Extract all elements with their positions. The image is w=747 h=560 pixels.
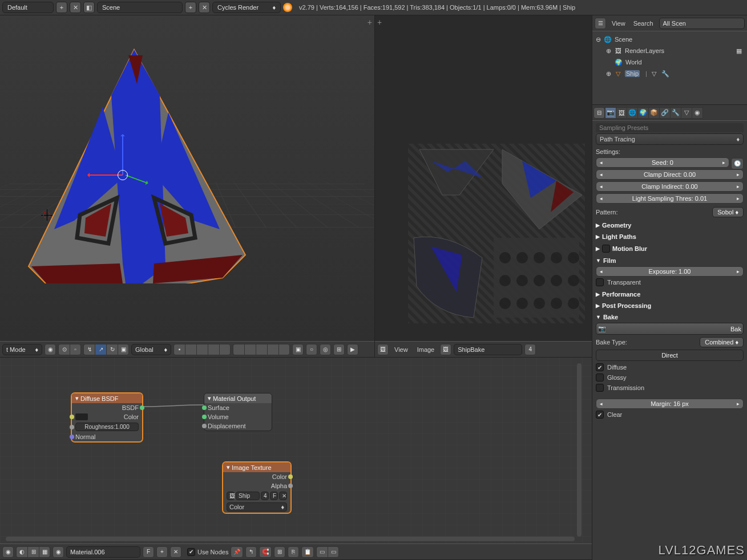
render-border-button[interactable]: ⊞ (333, 344, 345, 355)
ship-mesh[interactable] (23, 38, 251, 283)
imgtex-browse[interactable]: 🖼 (227, 492, 235, 500)
integrator-dropdown[interactable]: Path Tracing♦ (596, 133, 744, 145)
snap-toggle[interactable]: ○ (306, 344, 317, 355)
pivot-button[interactable]: ⊙ (58, 344, 70, 355)
clear-checkbox[interactable]: ✔ (596, 411, 604, 419)
snap-node-type[interactable]: ⊞ (274, 546, 285, 558)
transmission-checkbox[interactable] (596, 384, 604, 392)
image-users-button[interactable]: 4 (524, 344, 536, 355)
viewport-expand-icon[interactable]: + (368, 18, 372, 27)
tab-scene[interactable]: 🌐 (627, 107, 638, 119)
properties-type-icon[interactable]: ⊟ (593, 107, 605, 119)
snap-type-button[interactable]: ◎ (320, 344, 331, 355)
scene-browse-button[interactable]: ◧ (83, 2, 95, 13)
material-add-button[interactable]: + (156, 546, 168, 558)
modifier-icon[interactable]: 🔧 (661, 69, 670, 78)
mode-dropdown[interactable]: t Mode♦ (2, 344, 42, 355)
render-engine-dropdown[interactable]: Cycles Render♦ (212, 2, 281, 13)
manipulator-translate[interactable]: ↗ (95, 344, 106, 355)
add-layout-button[interactable]: + (56, 2, 67, 13)
layers-group-1[interactable]: ▪ (173, 344, 231, 355)
panel-motion-blur[interactable]: ▶Motion Blur (596, 242, 744, 255)
seed-field[interactable]: ◂Seed: 0▸ (596, 157, 729, 168)
pin-button[interactable]: 📌 (231, 546, 243, 558)
outliner-view-menu[interactable]: View (609, 20, 628, 27)
tree-world[interactable]: 🌍World (606, 56, 744, 68)
light-sampling-threshold-field[interactable]: ◂Light Sampling Thres: 0.01▸ (596, 193, 744, 204)
texture-tree-button[interactable]: ▦ (39, 546, 50, 558)
uv-image-editor[interactable]: + (375, 15, 592, 357)
manipulator-toggle[interactable]: ↯ (83, 344, 95, 355)
panel-post-processing[interactable]: ▶Post Processing (596, 300, 744, 311)
shader-tree-button[interactable]: ◐ (16, 546, 27, 558)
diffuse-checkbox[interactable]: ✔ (596, 363, 604, 371)
tab-constraints[interactable]: 🔗 (659, 107, 671, 119)
image-browse-button[interactable]: 🖼 (440, 344, 451, 355)
imgtex-unlink[interactable]: ✕ (279, 492, 287, 500)
sampling-presets-header[interactable]: Sampling Presets (596, 123, 744, 132)
motion-blur-checkbox[interactable] (602, 245, 610, 253)
tab-data[interactable]: ▽ (681, 107, 692, 119)
remove-scene-button[interactable]: ✕ (199, 2, 210, 13)
panel-light-paths[interactable]: ▶Light Paths (596, 231, 744, 242)
orientation-dropdown[interactable]: Global♦ (131, 344, 171, 355)
outliner-tree[interactable]: ⊖🌐Scene ⊕🖼RenderLayers▦ 🌍World ⊕▽Ship|▽🔧 (592, 31, 747, 104)
bake-button[interactable]: 📷Bak (596, 323, 744, 335)
material-name-field[interactable]: Material.006 (66, 546, 140, 558)
uv-image-menu[interactable]: Image (414, 346, 438, 353)
tab-modifiers[interactable]: 🔧 (670, 107, 681, 119)
panel-performance[interactable]: ▶Performance (596, 289, 744, 300)
panel-geometry[interactable]: ▶Geometry (596, 220, 744, 231)
node-image-texture[interactable]: ▾Image Texture Color Alpha 🖼 Ship 4 F ✕ … (223, 462, 291, 513)
backdrop-zoom-button[interactable]: ▭ (328, 546, 339, 558)
material-browse-button[interactable]: ◉ (53, 546, 64, 558)
direct-button[interactable]: Direct (596, 350, 744, 361)
clamp-direct-field[interactable]: ◂Clamp Direct: 0.00▸ (596, 169, 744, 180)
exposure-field[interactable]: ◂Exposure: 1.00▸ (596, 266, 744, 277)
imgtex-colorspace[interactable]: Color ♦ (227, 502, 287, 512)
material-unlink-button[interactable]: ✕ (170, 546, 181, 558)
backdrop-button[interactable]: ▭ (316, 546, 328, 558)
lock-camera-button[interactable]: ▣ (292, 344, 304, 355)
node-diffuse-bsdf[interactable]: ▾Diffuse BSDF BSDF Color Roughness:1.000… (71, 393, 143, 442)
roughness-field[interactable]: Roughness:1.000 (75, 423, 139, 431)
compositor-tree-button[interactable]: ⊞ (27, 546, 39, 558)
opengl-render-button[interactable]: ▶ (347, 344, 358, 355)
go-parent-button[interactable]: ↰ (245, 546, 257, 558)
paste-nodes-button[interactable]: 📋 (301, 546, 314, 558)
node-scrollbar-h[interactable] (6, 537, 575, 541)
remove-layout-button[interactable]: ✕ (70, 2, 81, 13)
3d-viewport[interactable]: + (0, 15, 375, 357)
tree-scene[interactable]: ⊖🌐Scene (596, 34, 744, 45)
node-editor-type-icon[interactable]: ◉ (2, 546, 14, 558)
image-name-field[interactable]: ShipBake (454, 344, 522, 355)
uv-editor-type-icon[interactable]: 🖼 (377, 344, 389, 355)
transparent-checkbox[interactable] (596, 278, 604, 286)
renderlayer-restrict-icon[interactable]: ▦ (734, 46, 744, 55)
outliner-search-menu[interactable]: Search (631, 20, 656, 27)
copy-nodes-button[interactable]: ⎘ (288, 546, 299, 558)
tab-render[interactable]: 📷 (605, 107, 616, 119)
material-fakeuser-button[interactable]: F (143, 546, 154, 558)
imgtex-fakeuser[interactable]: F (270, 492, 278, 500)
panel-bake[interactable]: ▼Bake (596, 311, 744, 323)
node-material-output[interactable]: ▾Material Output Surface Volume Displace… (204, 393, 272, 431)
pivot-sub-button[interactable]: ▫ (70, 344, 81, 355)
node-scrollbar[interactable] (577, 363, 582, 537)
margin-field[interactable]: ◂Margin: 16 px▸ (596, 399, 744, 409)
viewport-shading-button[interactable]: ◉ (45, 344, 56, 355)
seed-clock-button[interactable]: 🕒 (731, 158, 744, 169)
outliner-filter-dropdown[interactable]: All Scen (659, 18, 745, 29)
use-nodes-toggle[interactable]: ✔Use Nodes (187, 548, 228, 556)
tree-renderlayers[interactable]: ⊕🖼RenderLayers▦ (606, 45, 744, 56)
add-scene-button[interactable]: + (185, 2, 196, 13)
layout-dropdown[interactable]: Default (2, 2, 54, 13)
tab-world[interactable]: 🌍 (637, 107, 649, 119)
snap-node-button[interactable]: 🧲 (259, 546, 272, 558)
outliner-type-icon[interactable]: ☰ (595, 18, 606, 29)
mesh-data-icon[interactable]: ▽ (649, 69, 659, 78)
pattern-dropdown[interactable]: Sobol ♦ (712, 207, 744, 217)
layers-group-2[interactable] (233, 344, 290, 355)
manipulator-scale[interactable]: ▣ (118, 344, 129, 355)
tab-render-layers[interactable]: 🖼 (616, 107, 627, 119)
